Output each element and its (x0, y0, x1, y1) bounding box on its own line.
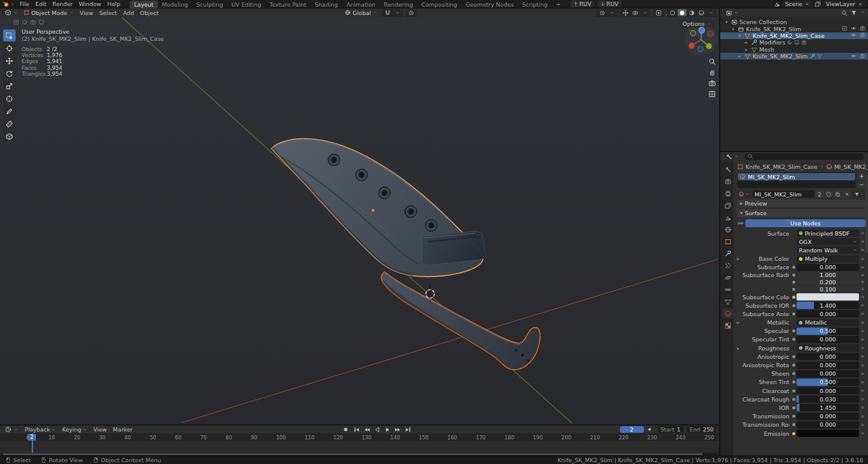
frame-start-field[interactable]: Start1 (658, 426, 684, 433)
outliner-editor-type[interactable] (723, 9, 741, 17)
menu-edit[interactable]: Edit (32, 0, 49, 8)
workspace-tab-animation[interactable]: Animation (342, 1, 380, 8)
mode-selector[interactable]: Object Mode (21, 9, 76, 17)
viewport-corner-icon-1[interactable] (13, 19, 19, 25)
roughness-field[interactable]: Roughness (797, 344, 859, 352)
eye-toggle[interactable] (851, 53, 857, 60)
outliner-row-modifiers[interactable]: ▸Modifiers (720, 39, 868, 46)
tool-measure[interactable] (3, 118, 16, 130)
material-slot-item[interactable]: MI_SK_MK2_Slim (738, 173, 855, 180)
metallic-field[interactable]: Metallic (797, 319, 859, 326)
expand-icon[interactable]: ▸ (737, 320, 742, 325)
properties-search-input[interactable] (744, 153, 864, 160)
menu-file[interactable]: File (17, 0, 32, 8)
outliner-row-knife-sk-mk2-slim-case[interactable]: ▾Knife_SK_MK2_Slim_Case (720, 32, 868, 39)
workspace-tab-sculpting[interactable]: Sculpting (192, 1, 227, 8)
pivot-point-icon[interactable] (598, 9, 607, 16)
properties-tab-material[interactable] (722, 308, 733, 319)
expander-icon[interactable]: ▾ (724, 19, 729, 25)
viewport-menu-select[interactable]: Select (96, 9, 120, 17)
panel-surface[interactable]: ▾Surface (737, 209, 866, 217)
shading-dropdown[interactable] (706, 9, 715, 16)
properties-tab-output[interactable] (722, 188, 733, 198)
sheen-tint-field[interactable]: 0.500 (797, 379, 859, 386)
properties-tab-texture[interactable] (722, 320, 733, 331)
base-color-field[interactable]: Multiply (797, 255, 859, 263)
value-field[interactable]: 0.100 (797, 286, 859, 292)
timeline-menu-playback[interactable]: Playback (22, 426, 59, 433)
camera-toggle[interactable] (860, 32, 866, 39)
subsurface-color-field[interactable] (797, 293, 859, 301)
play-reverse-button[interactable] (372, 426, 382, 433)
expander-icon[interactable]: ▾ (737, 33, 742, 38)
pan-hand-icon[interactable] (707, 67, 717, 77)
blender-logo-icon[interactable] (2, 1, 15, 8)
scene-selector[interactable]: Scene (782, 1, 813, 7)
surface-field[interactable]: Principled BSDF (797, 230, 859, 237)
timeline-track-area[interactable]: 0102030405060708090100110120130140150160… (0, 433, 719, 456)
expand-icon[interactable]: ▸ (737, 346, 742, 351)
workspace-tab-compositing[interactable]: Compositing (417, 1, 462, 8)
zoom-icon[interactable] (707, 56, 717, 66)
shading-solid-icon[interactable] (678, 9, 687, 16)
snap-settings-dropdown[interactable] (393, 9, 402, 16)
timeline-menu-view[interactable]: View (90, 426, 110, 433)
breadcrumb-item[interactable]: MI_SK_MK2_Slim (826, 163, 868, 170)
browse-material-dropdown[interactable] (737, 191, 751, 198)
viewport-corner-icon-3[interactable] (30, 19, 36, 25)
use-nodes-button[interactable]: Use Nodes (745, 219, 866, 227)
tool-add-cube[interactable] (3, 130, 16, 142)
camera-toggle[interactable] (860, 53, 866, 60)
play-button[interactable] (383, 426, 392, 433)
expander-icon[interactable]: ▸ (737, 53, 742, 59)
jump-end-button[interactable] (403, 426, 413, 433)
workspace-tab-modeling[interactable]: Modeling (158, 1, 192, 8)
jump-start-button[interactable] (352, 426, 362, 433)
chevron-down-icon[interactable] (860, 10, 865, 16)
close-icon[interactable] (858, 2, 863, 7)
timeline-scrollbar[interactable] (2, 453, 717, 455)
viewlayer-selector[interactable]: ViewLayer (823, 1, 866, 7)
transform-orientation-dropdown[interactable]: Global (342, 9, 380, 17)
viewport-menu-add[interactable]: Add (120, 9, 137, 17)
subsurface-radius-field[interactable]: 1.000 (797, 272, 859, 278)
viewport-corner-icon-4[interactable] (38, 19, 44, 25)
add-material-slot-button[interactable] (858, 172, 866, 180)
subsurface-field[interactable]: 0.000 (797, 264, 859, 271)
tool-rotate[interactable] (3, 67, 16, 79)
next-keyframe-button[interactable] (393, 426, 402, 433)
tool-scale[interactable] (3, 80, 16, 92)
tool-move[interactable] (3, 55, 16, 67)
properties-tab-object[interactable] (722, 236, 733, 246)
outliner-row-knife-sk-mk2-slim[interactable]: ▸Knife_SK_MK2_Slim (720, 53, 868, 60)
show-gizmo-icon[interactable] (621, 9, 630, 16)
frame-end-field[interactable]: End250 (687, 426, 717, 433)
outliner-row-mesh[interactable]: ▸Mesh (720, 46, 868, 53)
expander-icon[interactable]: ▸ (744, 47, 749, 52)
workspace-tab-rendering[interactable]: Rendering (380, 1, 417, 8)
viewport-3d[interactable]: User Perspective (2) Knife_SK_MK2_Slim |… (0, 17, 719, 424)
tool-annotate[interactable] (3, 105, 16, 117)
properties-tab-modifiers[interactable] (722, 248, 733, 258)
expander-icon[interactable]: ▸ (744, 40, 749, 45)
properties-tab-physics[interactable] (722, 272, 733, 282)
properties-tab-render[interactable] (722, 176, 733, 186)
editor-type-selector[interactable] (2, 9, 20, 17)
menu-help[interactable]: Help (105, 0, 124, 8)
add-workspace-button[interactable]: + (554, 1, 563, 7)
overlays-icon[interactable] (631, 9, 640, 16)
workspace-tab-geometry-nodes[interactable]: Geometry Nodes (461, 1, 518, 8)
camera-toggle[interactable] (860, 25, 866, 32)
tool-select-box[interactable] (3, 29, 16, 41)
auto-keying-button[interactable] (341, 426, 351, 433)
timeline-menu-keying[interactable]: Keying (59, 426, 90, 433)
menu-render[interactable]: Render (49, 0, 76, 8)
remove-material-slot-button[interactable] (858, 181, 866, 188)
viewport-menu-object[interactable]: Object (137, 9, 162, 17)
timeline-editor-type[interactable] (2, 426, 20, 433)
workspace-tab-shading[interactable]: Shading (311, 1, 342, 8)
outliner-row-knife-sk-mk2-slim[interactable]: ▾Knife_SK_MK2_Slim (720, 25, 868, 32)
topbar-addon-button[interactable]: RUV (597, 1, 622, 7)
subsurface-anisotropy-field[interactable]: 0.000 (797, 310, 859, 317)
tool-cursor[interactable] (3, 42, 16, 54)
